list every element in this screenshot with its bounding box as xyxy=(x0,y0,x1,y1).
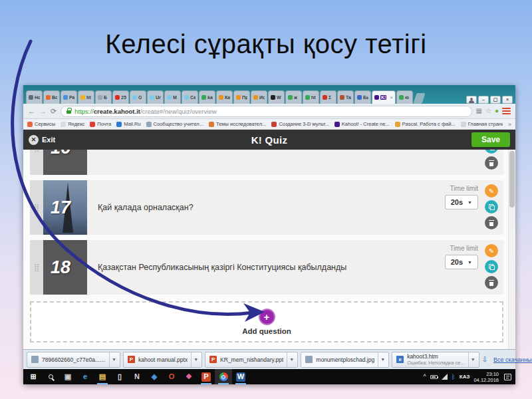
browser-tab[interactable]: О xyxy=(130,90,146,104)
taskbar-app-icon[interactable]: ❖ xyxy=(180,369,198,384)
duplicate-question-button[interactable] xyxy=(485,260,498,273)
forward-icon[interactable]: → xyxy=(39,108,47,115)
drag-handle-icon[interactable]: ⣿ xyxy=(30,150,43,175)
browser-tab[interactable]: ka xyxy=(199,90,215,104)
question-thumbnail[interactable]: 16 xyxy=(43,150,87,175)
question-thumbnail[interactable]: 17 xyxy=(43,180,87,235)
browser-tab[interactable]: ht xyxy=(303,90,319,104)
edit-question-button[interactable]: ✎ xyxy=(485,244,498,257)
bookmark-item[interactable]: Создание 3-D мульт... xyxy=(271,121,329,127)
edit-question-button[interactable]: ✎ xyxy=(485,184,498,198)
duplicate-question-button[interactable] xyxy=(485,150,498,154)
drag-handle-icon[interactable]: ⣿ xyxy=(30,240,43,295)
taskbar-clock[interactable]: 23:10 04.12.2016 xyxy=(473,371,499,383)
maximize-button[interactable]: ▢ xyxy=(490,96,501,104)
duplicate-question-button[interactable] xyxy=(485,200,498,213)
reload-icon[interactable]: ⟳ xyxy=(51,108,57,115)
browser-tab[interactable]: ю xyxy=(396,90,413,104)
browser-tab[interactable]: 25 xyxy=(112,90,129,104)
taskbar-app-icon[interactable]: W xyxy=(232,369,249,384)
delete-question-button[interactable] xyxy=(485,156,498,170)
bookmark-item[interactable]: Главная страница 1 xyxy=(461,121,503,127)
browser-tab[interactable]: Вс xyxy=(43,90,60,104)
minimize-button[interactable]: – xyxy=(478,96,489,104)
profile-icon[interactable] xyxy=(466,96,477,104)
tab-close-icon[interactable]: × xyxy=(390,94,393,100)
browser-tab[interactable]: Нс xyxy=(26,90,43,104)
notification-center-icon[interactable] xyxy=(504,374,511,380)
download-item[interactable]: monumentploschad.jpg ▼ xyxy=(301,352,389,368)
chevron-down-icon[interactable]: ▼ xyxy=(191,352,200,367)
time-limit-select[interactable]: 20s ▼ xyxy=(445,195,478,209)
drag-handle-icon[interactable]: ⣿ xyxy=(30,180,43,235)
taskbar-app-icon[interactable]: ▤ xyxy=(94,369,111,384)
browser-tab[interactable]: Са xyxy=(182,90,198,104)
bookmark-item[interactable]: Сервисы xyxy=(27,121,55,127)
taskbar-app-icon[interactable]: ⊞ xyxy=(25,369,42,384)
taskbar-app-icon[interactable]: O xyxy=(163,369,180,384)
browser-tab[interactable]: Σ xyxy=(320,90,336,104)
browser-tab[interactable]: ht xyxy=(78,90,94,104)
back-icon[interactable]: ← xyxy=(28,108,35,115)
taskbar-app-icon[interactable]: e xyxy=(76,369,94,384)
chrome-menu-icon[interactable] xyxy=(502,108,511,114)
extensions-icon[interactable]: ▦ xyxy=(476,108,482,114)
language-indicator[interactable]: КАЗ xyxy=(460,374,470,380)
exit-button[interactable]: ✕ Exit xyxy=(29,135,88,145)
browser-tab[interactable]: М xyxy=(164,90,181,104)
download-item[interactable]: P KR_mem_nishandary.ppt ▼ xyxy=(205,352,298,368)
add-question-plus-icon[interactable]: + xyxy=(259,309,275,325)
browser-tab[interactable]: K! × xyxy=(372,90,396,104)
browser-tab[interactable]: Ur xyxy=(147,90,164,104)
chevron-down-icon[interactable]: ▼ xyxy=(109,352,118,367)
browser-tab[interactable]: Б xyxy=(95,90,112,104)
bookmark-item[interactable]: Почта xyxy=(90,121,111,127)
show-all-downloads-link[interactable]: Все скачанные файлы... xyxy=(493,356,532,363)
taskbar-app-icon[interactable]: ◆ xyxy=(146,369,163,384)
browser-tab[interactable]: Ис xyxy=(251,90,267,104)
bookmark-star-icon[interactable]: ☆ xyxy=(485,108,491,114)
bookmark-item[interactable]: Сообщество учител... xyxy=(146,121,203,127)
taskbar-app-icon[interactable]: ▯ xyxy=(111,369,128,384)
bookmarks-overflow-icon[interactable]: » xyxy=(508,121,511,128)
bookmark-item[interactable]: Яндекс xyxy=(61,121,84,127)
chevron-down-icon[interactable]: ▼ xyxy=(287,352,296,367)
download-item[interactable]: e kahoot3.htm Ошибка: Неполадка се... ▼ xyxy=(392,352,479,368)
bookmark-item[interactable]: Kahoot! - Create ne... xyxy=(334,121,390,127)
bookmark-item[interactable]: Pascal. Работа с фай... xyxy=(395,121,456,127)
download-item[interactable]: P kahoot manual.pptx ▼ xyxy=(123,352,202,368)
browser-tab[interactable]: Бы xyxy=(354,90,371,104)
taskbar-app-icon[interactable]: N xyxy=(128,369,146,384)
scrollbar-thumb[interactable] xyxy=(509,151,515,207)
close-button[interactable]: × xyxy=(502,96,513,104)
delete-question-button[interactable] xyxy=(485,276,498,289)
hidden-icons-chevron[interactable]: ^ xyxy=(424,374,426,380)
download-item[interactable]: 7896602660_c77e0a...jpg ▼ xyxy=(27,352,120,368)
save-button[interactable]: Save xyxy=(471,132,510,147)
taskbar-app-icon[interactable]: ▣ xyxy=(59,369,76,384)
question-thumbnail[interactable]: 18 xyxy=(43,240,87,295)
bookmark-item[interactable]: Темы исследовател... xyxy=(209,121,266,127)
browser-tab[interactable]: Ка xyxy=(216,90,233,104)
page-scrollbar[interactable] xyxy=(508,150,515,349)
network-icon[interactable] xyxy=(442,374,448,380)
chevron-down-icon[interactable]: ▼ xyxy=(378,352,387,367)
browser-tab[interactable]: W xyxy=(268,90,285,104)
browser-tab[interactable]: Ра xyxy=(61,90,77,104)
browser-tab[interactable]: Пр xyxy=(233,90,250,104)
add-question-area[interactable]: + Add question xyxy=(30,301,503,342)
bluetooth-icon[interactable]: ᛒ xyxy=(452,373,456,380)
taskbar-app-icon[interactable]: P xyxy=(198,369,215,384)
chevron-down-icon[interactable]: ▼ xyxy=(468,352,477,367)
taskbar-app-icon[interactable] xyxy=(215,369,232,384)
delete-question-button[interactable] xyxy=(485,216,498,229)
new-tab-button[interactable] xyxy=(413,93,425,104)
browser-tab[interactable]: Та xyxy=(337,90,354,104)
battery-icon[interactable] xyxy=(430,375,438,379)
browser-tab[interactable]: ж xyxy=(285,90,302,104)
address-bar[interactable]: https://create.kahoot.it/create#/new/qui… xyxy=(61,106,471,117)
bookmark-item[interactable]: Mail.Ru xyxy=(116,121,140,127)
time-limit-select[interactable]: 20s ▼ xyxy=(445,255,478,269)
extension-dot-icon[interactable]: ● xyxy=(495,108,499,114)
taskbar-app-icon[interactable] xyxy=(42,369,59,384)
